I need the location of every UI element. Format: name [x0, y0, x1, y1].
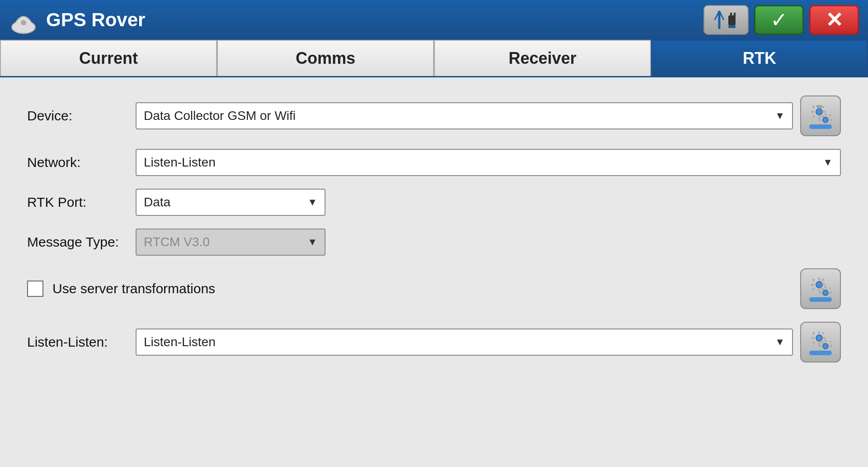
svg-rect-7: [734, 13, 736, 16]
listenlisten-select[interactable]: Listen-Listen ▼: [136, 329, 793, 356]
device-control: Data Collector GSM or Wifi ▼: [136, 95, 841, 136]
svg-rect-29: [818, 277, 820, 281]
svg-rect-8: [728, 25, 736, 28]
svg-rect-32: [822, 284, 826, 286]
app-header: GPS Rover ✓ ✕: [0, 0, 868, 40]
svg-rect-34: [821, 278, 825, 281]
svg-rect-52: [812, 332, 815, 335]
svg-rect-11: [818, 116, 820, 119]
tab-bar: Current Comms Receiver RTK: [0, 40, 868, 77]
server-transform-control: Use server transformations: [27, 268, 841, 309]
svg-rect-31: [811, 284, 814, 286]
svg-rect-50: [811, 337, 814, 339]
tab-rtk[interactable]: RTK: [651, 40, 868, 76]
svg-rect-60: [830, 345, 832, 347]
device-label: Device:: [27, 108, 127, 124]
device-row: Device: Data Collector GSM or Wifi ▼: [27, 95, 841, 136]
svg-point-56: [823, 343, 828, 349]
svg-rect-12: [811, 111, 814, 113]
svg-rect-30: [818, 289, 820, 292]
messagetype-select: RTCM V3.0 ▼: [136, 229, 326, 256]
svg-rect-57: [825, 339, 826, 342]
close-icon: ✕: [826, 8, 843, 32]
svg-rect-21: [819, 119, 821, 121]
rtkport-arrow-icon: ▼: [307, 196, 317, 208]
header-buttons: ✓ ✕: [703, 5, 859, 35]
messagetype-arrow-icon: ▼: [307, 236, 317, 248]
svg-rect-6: [730, 13, 732, 16]
messagetype-row: Message Type: RTCM V3.0 ▼: [27, 229, 841, 256]
svg-point-37: [823, 290, 828, 295]
network-select[interactable]: Listen-Listen ▼: [136, 149, 841, 176]
svg-rect-22: [830, 119, 832, 121]
svg-rect-40: [819, 292, 821, 294]
listenlisten-row: Listen-Listen: Listen-Listen ▼: [27, 322, 841, 362]
svg-point-1: [21, 20, 26, 25]
tools-button[interactable]: [703, 5, 749, 35]
rtkport-row: RTK Port: Data ▼: [27, 189, 841, 216]
network-control: Listen-Listen ▼: [136, 149, 841, 176]
confirm-button[interactable]: ✓: [754, 5, 804, 35]
listenlisten-control: Listen-Listen ▼: [136, 322, 841, 362]
svg-rect-49: [818, 342, 820, 345]
svg-rect-54: [812, 341, 815, 344]
listenlisten-value: Listen-Listen: [144, 335, 216, 349]
messagetype-value: RTCM V3.0: [144, 235, 210, 249]
cancel-button[interactable]: ✕: [809, 5, 859, 35]
rtkport-control: Data ▼: [136, 189, 841, 216]
network-label: Network:: [27, 155, 127, 170]
tab-current[interactable]: Current: [0, 40, 217, 76]
svg-point-18: [823, 117, 828, 123]
svg-rect-14: [812, 105, 815, 109]
app-logo: [9, 5, 38, 34]
tab-receiver[interactable]: Receiver: [434, 40, 651, 76]
svg-rect-48: [818, 331, 820, 334]
server-transform-label: Use server transformations: [52, 281, 773, 296]
svg-rect-41: [830, 292, 832, 294]
svg-rect-53: [821, 332, 825, 335]
rtkport-label: RTK Port:: [27, 195, 127, 210]
svg-point-9: [816, 109, 822, 115]
check-icon: ✓: [770, 8, 788, 32]
svg-rect-33: [812, 278, 815, 281]
svg-point-47: [816, 335, 822, 341]
listenlisten-settings-button[interactable]: [800, 322, 841, 362]
device-select[interactable]: Data Collector GSM or Wifi ▼: [136, 102, 793, 129]
svg-rect-59: [819, 345, 821, 347]
svg-rect-35: [812, 288, 815, 291]
svg-point-28: [816, 281, 822, 288]
main-content: Device: Data Collector GSM or Wifi ▼: [0, 77, 868, 467]
network-row: Network: Listen-Listen ▼: [27, 149, 841, 176]
rtkport-value: Data: [144, 195, 170, 210]
network-value: Listen-Listen: [144, 155, 216, 170]
rtkport-select[interactable]: Data ▼: [136, 189, 326, 216]
app-title: GPS Rover: [46, 9, 695, 31]
server-transform-settings-button[interactable]: [800, 268, 841, 309]
svg-rect-15: [821, 105, 825, 109]
svg-rect-51: [822, 337, 826, 339]
network-arrow-icon: ▼: [823, 157, 833, 168]
svg-rect-24: [829, 114, 831, 117]
svg-rect-38: [825, 286, 826, 289]
device-arrow-icon: ▼: [775, 110, 785, 122]
svg-rect-43: [829, 287, 831, 290]
messagetype-label: Message Type:: [27, 234, 127, 250]
svg-rect-10: [818, 105, 820, 108]
messagetype-control: RTCM V3.0 ▼: [136, 229, 841, 256]
svg-rect-62: [829, 340, 831, 343]
listenlisten-label: Listen-Listen:: [27, 334, 127, 350]
server-transform-checkbox[interactable]: [27, 281, 43, 297]
device-settings-button[interactable]: [800, 95, 841, 136]
device-value: Data Collector GSM or Wifi: [144, 109, 296, 123]
svg-rect-19: [825, 113, 826, 116]
svg-rect-27: [809, 124, 832, 129]
svg-rect-16: [812, 115, 815, 118]
tab-comms[interactable]: Comms: [217, 40, 434, 76]
server-transform-row: Use server transformations: [27, 268, 841, 309]
svg-rect-5: [728, 15, 736, 25]
svg-rect-65: [809, 351, 832, 355]
listenlisten-arrow-icon: ▼: [775, 336, 785, 348]
svg-rect-46: [809, 297, 832, 302]
svg-rect-13: [822, 111, 826, 113]
